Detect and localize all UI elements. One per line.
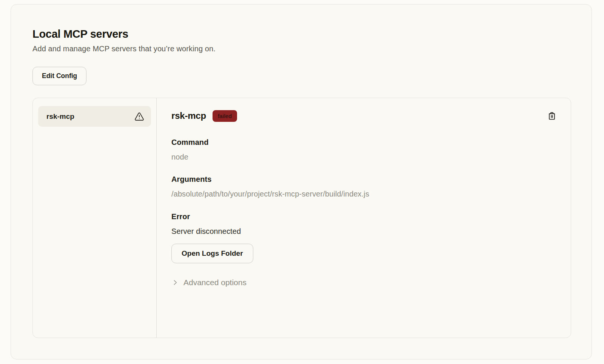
- edit-config-button[interactable]: Edit Config: [32, 67, 86, 85]
- advanced-options-toggle[interactable]: Advanced options: [171, 278, 247, 287]
- open-logs-folder-button[interactable]: Open Logs Folder: [171, 244, 253, 263]
- advanced-options-label: Advanced options: [183, 278, 247, 287]
- server-detail-header: rsk-mcp failed: [171, 110, 558, 122]
- command-value: node: [171, 153, 558, 161]
- error-label: Error: [171, 212, 558, 221]
- command-label: Command: [171, 138, 558, 147]
- status-badge: failed: [213, 110, 237, 122]
- server-list-item-name: rsk-mcp: [46, 112, 74, 121]
- settings-card: Local MCP servers Add and manage MCP ser…: [11, 4, 592, 359]
- delete-server-button[interactable]: [546, 110, 558, 122]
- warning-triangle-icon: [134, 112, 144, 121]
- arguments-field: Arguments /absolute/path/to/your/project…: [171, 175, 558, 198]
- error-value: Server disconnected: [171, 227, 558, 236]
- page-title: Local MCP servers: [32, 28, 570, 40]
- chevron-right-icon: [171, 279, 179, 286]
- command-field: Command node: [171, 138, 558, 161]
- server-list: rsk-mcp: [33, 98, 157, 338]
- page-subtitle: Add and manage MCP servers that you’re w…: [32, 45, 570, 53]
- arguments-value: /absolute/path/to/your/project/rsk-mcp-s…: [171, 190, 558, 198]
- server-name-heading: rsk-mcp: [171, 111, 206, 121]
- trash-icon: [547, 111, 557, 121]
- server-list-item-rsk-mcp[interactable]: rsk-mcp: [38, 106, 151, 127]
- servers-panel: rsk-mcp rsk-mcp failed: [32, 98, 571, 338]
- arguments-label: Arguments: [171, 175, 558, 184]
- server-detail-pane: rsk-mcp failed Command n: [157, 98, 571, 338]
- error-field: Error Server disconnected: [171, 212, 558, 236]
- server-detail-title-row: rsk-mcp failed: [171, 110, 237, 122]
